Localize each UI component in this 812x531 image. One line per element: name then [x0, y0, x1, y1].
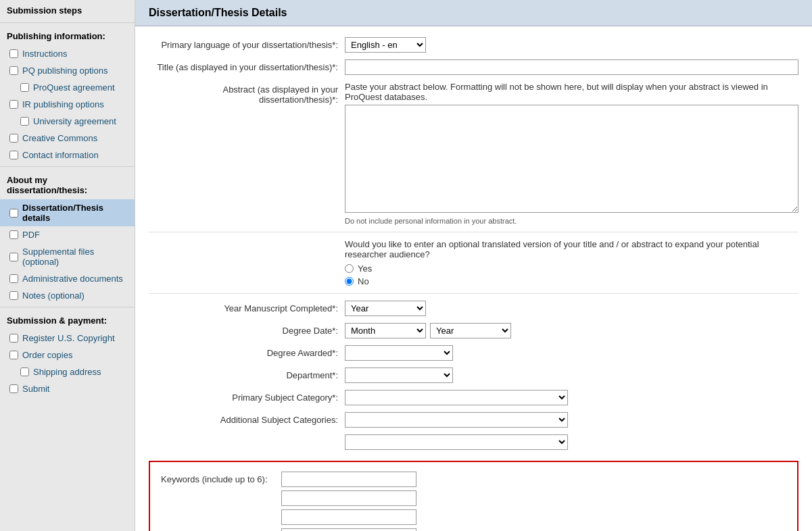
degree-awarded-label: Degree Awarded*: [149, 345, 345, 358]
year-manuscript-field: Year 2024 2023 2022 2021 2020 [345, 301, 798, 316]
sidebar-item-pq-publishing[interactable]: PQ publishing options [0, 62, 135, 79]
title-field [345, 59, 798, 75]
translated-question-row: Would you like to enter an optional tran… [149, 239, 798, 286]
degree-date-month-select[interactable]: Month January February March April May J… [345, 323, 426, 338]
pq-publishing-checkbox[interactable] [9, 66, 18, 75]
primary-subject-field [345, 390, 798, 405]
sidebar-item-order-copies[interactable]: Order copies [0, 347, 135, 363]
additional-subject-label: Additional Subject Categories: [149, 412, 345, 425]
dissertation-details-label: Dissertation/Thesis details [22, 203, 128, 223]
abstract-hint: Paste your abstract below. Formatting wi… [345, 82, 798, 102]
abstract-label: Abstract (as displayed in your dissertat… [149, 82, 345, 105]
department-select[interactable] [345, 368, 453, 383]
order-copies-checkbox[interactable] [9, 351, 18, 359]
year-manuscript-row: Year Manuscript Completed*: Year 2024 20… [149, 301, 798, 316]
keywords-section: Keywords (include up to 6): [149, 461, 798, 531]
sidebar-item-register-copyright[interactable]: Register U.S. Copyright [0, 330, 135, 347]
additional-subject-row-1: Additional Subject Categories: [149, 412, 798, 428]
sidebar-item-supplemental-files[interactable]: Supplemental files (optional) [0, 243, 135, 270]
administrative-docs-checkbox[interactable] [9, 274, 18, 283]
payment-header: Submission & payment: [0, 310, 135, 330]
keyword-input-2[interactable] [281, 490, 416, 506]
abstract-textarea[interactable] [345, 105, 798, 213]
shipping-address-label: Shipping address [33, 367, 101, 377]
pdf-label: PDF [22, 230, 40, 240]
notes-label: Notes (optional) [22, 290, 85, 301]
sidebar-item-contact-info[interactable]: Contact information [0, 147, 135, 163]
university-agreement-label: University agreement [33, 116, 116, 126]
instructions-label: Instructions [22, 49, 67, 59]
radio-yes[interactable] [345, 264, 354, 273]
additional-subject-select-2[interactable] [345, 434, 568, 450]
proquest-agreement-checkbox[interactable] [20, 83, 29, 92]
ir-publishing-label: IR publishing options [22, 99, 104, 109]
keyword-input-1[interactable] [281, 472, 416, 487]
ir-publishing-checkbox[interactable] [9, 100, 18, 109]
year-manuscript-label: Year Manuscript Completed*: [149, 301, 345, 313]
sidebar: Submission steps Publishing information:… [0, 0, 135, 531]
additional-subject-label-2 [149, 434, 345, 437]
register-copyright-checkbox[interactable] [9, 334, 18, 343]
pdf-checkbox[interactable] [9, 230, 18, 239]
abstract-field: Paste your abstract below. Formatting wi… [345, 82, 798, 225]
primary-language-label: Primary language of your dissertation/th… [149, 37, 345, 50]
keywords-inner: Keywords (include up to 6): [161, 472, 786, 531]
creative-commons-checkbox[interactable] [9, 134, 18, 143]
degree-date-row: Degree Date*: Month January February Mar… [149, 323, 798, 338]
title-label: Title (as displayed in your dissertation… [149, 59, 345, 72]
department-field [345, 368, 798, 383]
sidebar-item-pdf[interactable]: PDF [0, 226, 135, 243]
radio-no-item[interactable]: No [345, 276, 798, 286]
university-agreement-checkbox[interactable] [20, 117, 29, 126]
sidebar-item-university-agreement[interactable]: University agreement [0, 113, 135, 130]
department-row: Department*: [149, 368, 798, 383]
publishing-info-header: Publishing information: [0, 26, 135, 45]
contact-info-checkbox[interactable] [9, 151, 18, 159]
shipping-address-checkbox[interactable] [20, 368, 29, 376]
sidebar-item-dissertation-details[interactable]: Dissertation/Thesis details [0, 199, 135, 226]
degree-date-year-select[interactable]: Year 2024 2023 2022 2021 2020 [430, 323, 511, 338]
year-manuscript-select[interactable]: Year 2024 2023 2022 2021 2020 [345, 301, 426, 316]
keyword-input-3[interactable] [281, 509, 416, 525]
primary-language-select[interactable]: English - en French - fr Spanish - es Ge… [345, 37, 426, 53]
keyword-input-4[interactable] [281, 528, 416, 531]
radio-yes-label: Yes [358, 263, 372, 274]
radio-no-label: No [358, 276, 369, 286]
radio-no[interactable] [345, 277, 354, 286]
notes-checkbox[interactable] [9, 291, 18, 300]
sidebar-item-shipping-address[interactable]: Shipping address [0, 363, 135, 380]
translated-field: Would you like to enter an optional tran… [345, 239, 798, 286]
contact-info-label: Contact information [22, 150, 99, 160]
sidebar-item-instructions[interactable]: Instructions [0, 45, 135, 62]
register-copyright-label: Register U.S. Copyright [22, 333, 115, 343]
sidebar-item-proquest-agreement[interactable]: ProQuest agreement [0, 79, 135, 96]
degree-awarded-field [345, 345, 798, 361]
keywords-inputs [281, 472, 416, 531]
degree-awarded-select[interactable] [345, 345, 453, 361]
submission-steps-header: Submission steps [0, 0, 135, 20]
sidebar-item-submit[interactable]: Submit [0, 380, 135, 397]
main-content: Dissertation/Thesis Details Primary lang… [135, 0, 812, 531]
supplemental-files-checkbox[interactable] [9, 253, 18, 261]
radio-yes-item[interactable]: Yes [345, 263, 798, 274]
sidebar-item-ir-publishing[interactable]: IR publishing options [0, 96, 135, 113]
sidebar-item-notes[interactable]: Notes (optional) [0, 287, 135, 304]
submit-label: Submit [22, 384, 49, 394]
additional-subject-field-1 [345, 412, 798, 428]
primary-subject-row: Primary Subject Category*: [149, 390, 798, 405]
proquest-agreement-label: ProQuest agreement [33, 82, 115, 93]
dissertation-details-checkbox[interactable] [9, 209, 18, 218]
department-label: Department*: [149, 368, 345, 380]
primary-subject-select[interactable] [345, 390, 568, 405]
abstract-note: Do not include personal information in y… [345, 217, 798, 225]
sidebar-item-creative-commons[interactable]: Creative Commons [0, 130, 135, 147]
instructions-checkbox[interactable] [9, 49, 18, 58]
submit-checkbox[interactable] [9, 384, 18, 393]
abstract-row: Abstract (as displayed in your dissertat… [149, 82, 798, 225]
sidebar-item-administrative-docs[interactable]: Administrative documents [0, 270, 135, 287]
page-title: Dissertation/Thesis Details [135, 0, 812, 26]
additional-subject-select-1[interactable] [345, 412, 568, 428]
title-input[interactable] [345, 59, 798, 75]
primary-language-field: English - en French - fr Spanish - es Ge… [345, 37, 798, 53]
administrative-docs-label: Administrative documents [22, 274, 123, 284]
